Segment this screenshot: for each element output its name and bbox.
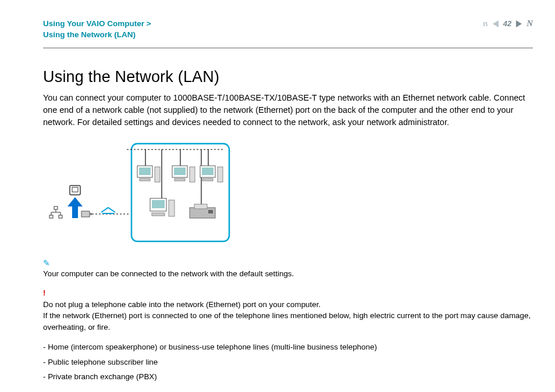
svg-rect-25	[208, 210, 213, 213]
svg-rect-20	[152, 200, 165, 208]
header-rule	[43, 48, 533, 48]
svg-rect-13	[175, 179, 185, 181]
note-text: Your computer can be connected to the ne…	[43, 269, 533, 278]
warning-line-1: Do not plug a telephone cable into the n…	[43, 300, 321, 309]
page-number: 42	[503, 19, 511, 28]
up-arrow-icon	[67, 197, 83, 218]
svg-rect-36	[81, 211, 90, 217]
svg-rect-17	[202, 179, 213, 181]
svg-rect-33	[49, 215, 53, 218]
ethernet-port-icon	[70, 186, 80, 195]
svg-rect-8	[139, 168, 151, 175]
next-arrow-icon[interactable]	[516, 20, 522, 27]
svg-marker-35	[67, 197, 83, 218]
svg-rect-14	[190, 167, 195, 182]
svg-rect-24	[194, 204, 207, 209]
connector-icon	[81, 211, 92, 217]
breadcrumb-line-1: Using Your VAIO Computer >	[43, 19, 151, 30]
computer-icon	[172, 166, 195, 182]
computer-icon	[137, 166, 160, 182]
list-item: Private branch exchange (PBX)	[43, 369, 533, 384]
modem-icon	[101, 208, 115, 213]
svg-rect-22	[169, 200, 175, 216]
svg-rect-16	[202, 168, 214, 175]
lan-diagram	[45, 139, 533, 246]
svg-rect-18	[218, 167, 223, 182]
svg-rect-9	[140, 179, 150, 181]
svg-rect-12	[174, 168, 186, 175]
computer-icon	[150, 198, 175, 216]
prev-mark[interactable]: n	[483, 19, 488, 28]
svg-rect-37	[90, 213, 92, 215]
warning-line-2: If the network (Ethernet) port is connec…	[43, 311, 531, 331]
svg-rect-27	[72, 187, 78, 192]
note-pencil-icon: ✎	[43, 258, 50, 268]
page-title: Using the Network (LAN)	[43, 68, 533, 86]
warning-icon: !	[43, 288, 45, 297]
svg-rect-10	[155, 167, 160, 182]
breadcrumb-line-2: Using the Network (LAN)	[43, 30, 151, 41]
warning-block: ! Do not plug a telephone cable into the…	[43, 287, 533, 333]
breadcrumb: Using Your VAIO Computer > Using the Net…	[43, 19, 151, 41]
svg-rect-34	[59, 215, 62, 218]
computer-icon	[200, 166, 223, 182]
intro-paragraph: You can connect your computer to 1000BAS…	[43, 92, 533, 129]
printer-icon	[190, 204, 215, 218]
svg-rect-21	[152, 213, 165, 216]
prev-arrow-icon[interactable]	[493, 20, 499, 27]
warning-text: Do not plug a telephone cable into the n…	[43, 299, 533, 333]
pager: n 42 N	[483, 19, 533, 28]
next-mark[interactable]: N	[526, 19, 533, 28]
network-glyph-icon	[49, 206, 62, 218]
warning-list: Home (intercom speakerphone) or business…	[43, 340, 533, 384]
list-item: Home (intercom speakerphone) or business…	[43, 340, 533, 354]
list-item: Public telephone subscriber line	[43, 355, 533, 369]
svg-rect-28	[54, 206, 58, 209]
note-block: ✎ Your computer can be connected to the …	[43, 258, 533, 278]
